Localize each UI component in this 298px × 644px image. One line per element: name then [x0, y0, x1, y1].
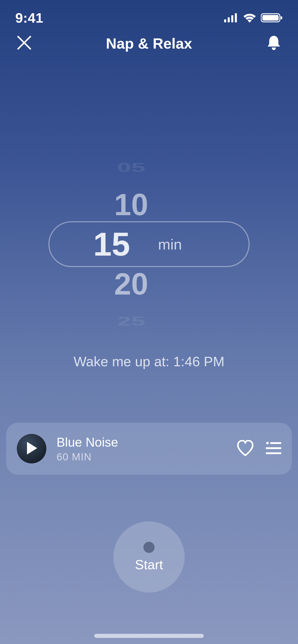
sound-card[interactable]: Blue Noise 60 MIN: [6, 423, 292, 475]
start-dot-icon: [143, 542, 155, 553]
picker-option: 05: [117, 161, 145, 174]
page-title: Nap & Relax: [36, 35, 262, 52]
svg-rect-1: [228, 17, 230, 22]
picker-unit: min: [158, 236, 182, 253]
cellular-icon: [224, 13, 238, 22]
picker-option: 10: [114, 189, 148, 220]
alarm-bell-button[interactable]: [262, 32, 285, 55]
bell-icon: [267, 35, 281, 52]
header: Nap & Relax: [0, 28, 298, 58]
picker-option: 25: [117, 315, 145, 327]
play-button[interactable]: [17, 434, 46, 463]
play-icon: [26, 442, 37, 456]
status-time: 9:41: [15, 10, 43, 26]
close-button[interactable]: [13, 32, 36, 55]
home-indicator[interactable]: [94, 634, 204, 638]
sound-title: Blue Noise: [57, 435, 236, 450]
svg-rect-6: [281, 16, 282, 19]
battery-icon: [261, 13, 283, 23]
favorite-button[interactable]: [236, 440, 254, 457]
svg-marker-9: [27, 442, 37, 455]
sound-meta: Blue Noise 60 MIN: [57, 435, 236, 463]
picker-selected: 15 min: [48, 221, 250, 267]
svg-rect-3: [235, 13, 237, 22]
svg-rect-5: [262, 15, 279, 21]
duration-picker[interactable]: 05 10 15 20 25 15 min: [0, 165, 298, 323]
svg-point-10: [266, 442, 269, 444]
list-icon: [266, 442, 281, 455]
picker-selected-value: 15: [93, 225, 130, 263]
heart-icon: [236, 440, 254, 456]
svg-rect-2: [231, 15, 233, 22]
playlist-button[interactable]: [266, 442, 281, 456]
start-label: Start: [135, 557, 163, 572]
status-indicators: [224, 13, 283, 23]
start-button[interactable]: Start: [113, 521, 185, 593]
svg-rect-0: [224, 19, 226, 22]
sound-duration: 60 MIN: [57, 451, 236, 463]
status-bar: 9:41: [0, 0, 298, 28]
wake-time-label: Wake me up at: 1:46 PM: [0, 354, 298, 369]
close-icon: [17, 35, 32, 51]
picker-option: 20: [114, 269, 148, 299]
wifi-icon: [243, 13, 256, 23]
